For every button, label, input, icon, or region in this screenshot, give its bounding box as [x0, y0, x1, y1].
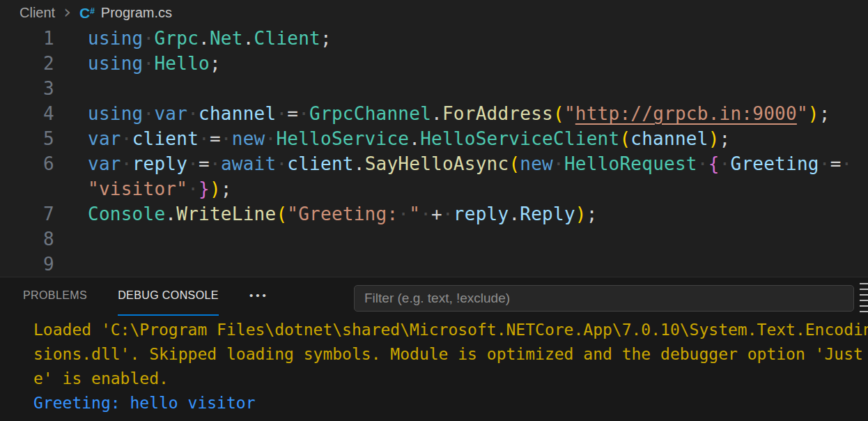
code-text: using·var·channel·=·GrpcChannel.ForAddre… — [88, 101, 830, 126]
code-line[interactable]: 5var·client·=·new·HelloService.HelloServ… — [0, 126, 868, 151]
console-lines-icon[interactable] — [860, 283, 868, 314]
debug-console-output: Loaded 'C:\Program Files\dotnet\shared\M… — [0, 316, 868, 421]
line-number: 5 — [0, 126, 88, 151]
line-number: 2 — [0, 51, 88, 76]
line-number: 9 — [0, 252, 88, 277]
breadcrumb-folder[interactable]: Client — [20, 5, 55, 21]
code-line[interactable]: 4using·var·channel·=·GrpcChannel.ForAddr… — [0, 101, 868, 126]
debug-console-filter-input[interactable] — [354, 285, 854, 312]
code-text: using·Grpc.Net.Client; — [88, 26, 332, 51]
chevron-right-icon: › — [63, 5, 71, 19]
bottom-panel: PROBLEMSDEBUG CONSOLE ••• Loaded 'C:\Pro… — [0, 277, 868, 421]
tab-problems[interactable]: PROBLEMS — [23, 277, 87, 316]
line-number: 6 — [0, 151, 88, 176]
code-text: var·client·=·new·HelloService.HelloServi… — [88, 126, 730, 151]
breadcrumb-file[interactable]: Program.cs — [101, 5, 172, 21]
line-number: 3 — [0, 76, 88, 101]
more-actions-button[interactable]: ••• — [249, 277, 269, 316]
csharp-file-icon: C# — [79, 5, 95, 22]
console-line: Loaded 'C:\Program Files\dotnet\shared\M… — [33, 318, 868, 342]
vscode-window: Client › C# Program.cs 1using·Grpc.Net.C… — [0, 0, 868, 421]
code-text: var·reply·=·await·client.SayHelloAsync(n… — [88, 151, 852, 176]
panel-header: PROBLEMSDEBUG CONSOLE ••• — [0, 277, 868, 316]
code-line[interactable]: 6var·reply·=·await·client.SayHelloAsync(… — [0, 151, 868, 176]
code-line[interactable]: 7Console.WriteLine("Greeting:·"·+·reply.… — [0, 201, 868, 227]
code-line[interactable]: 2using·Hello; — [0, 51, 868, 76]
code-text: using·Hello; — [88, 51, 221, 76]
line-number: 7 — [0, 201, 88, 227]
code-editor[interactable]: 1using·Grpc.Net.Client;2using·Hello;34us… — [0, 26, 868, 277]
panel-tabs: PROBLEMSDEBUG CONSOLE — [23, 277, 249, 316]
line-number — [0, 176, 88, 201]
csharp-icon-c: C — [79, 5, 90, 21]
csharp-icon-hash: # — [90, 6, 95, 16]
tab-debug-console[interactable]: DEBUG CONSOLE — [118, 277, 219, 316]
code-line[interactable]: 3 — [0, 76, 868, 101]
code-line[interactable]: 9 — [0, 252, 868, 277]
console-line: e' is enabled. — [33, 367, 868, 391]
console-line: sions.dll'. Skipped loading symbols. Mod… — [33, 342, 868, 367]
code-line[interactable]: 8 — [0, 227, 868, 252]
breadcrumb: Client › C# Program.cs — [0, 0, 868, 26]
console-line: Greeting: hello visitor — [33, 391, 868, 415]
code-text: Console.WriteLine("Greeting:·"·+·reply.R… — [88, 201, 598, 227]
code-line[interactable]: "visitor"·}); — [0, 176, 868, 201]
code-text: "visitor"·}); — [88, 176, 232, 201]
code-line[interactable]: 1using·Grpc.Net.Client; — [0, 26, 868, 51]
line-number: 8 — [0, 227, 88, 252]
line-number: 4 — [0, 101, 88, 126]
line-number: 1 — [0, 26, 88, 51]
